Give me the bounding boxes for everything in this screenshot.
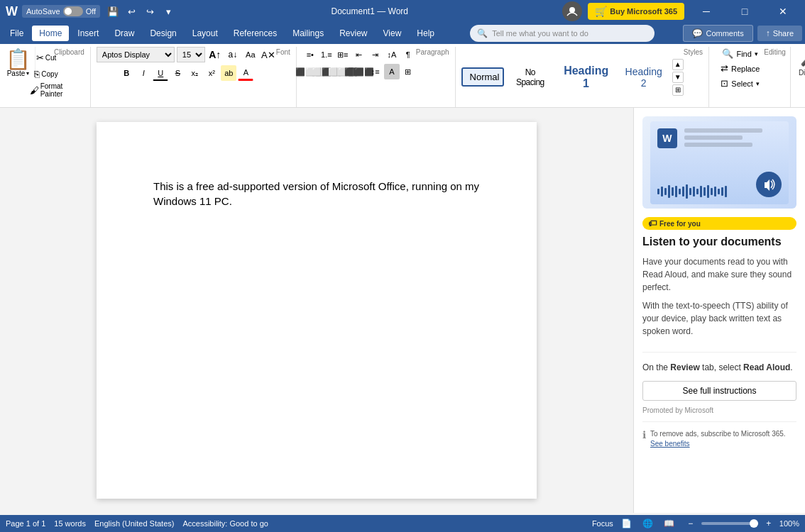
font-group: Aptos Display 15 A↑ a↓ Aa A✕ B I U S x₂ …: [91, 47, 297, 107]
document-title: Document1 — Word: [177, 6, 562, 16]
document-content[interactable]: This is a free ad-supported version of M…: [153, 179, 480, 209]
autosave-toggle[interactable]: AutoSave Off: [22, 5, 100, 18]
document-area[interactable]: This is a free ad-supported version of M…: [0, 108, 633, 513]
autosave-label: AutoSave: [26, 7, 60, 16]
shading-button[interactable]: A: [384, 64, 400, 79]
decrease-font-button[interactable]: a↓: [225, 47, 241, 62]
clear-formatting-button[interactable]: A✕: [261, 47, 276, 62]
style-heading1[interactable]: Heading 1: [557, 62, 615, 93]
numbering-button[interactable]: 1.≡: [319, 47, 334, 62]
view-web-button[interactable]: 🌐: [640, 516, 656, 531]
para-row-1: ≡• 1.≡ ⊞≡ ⇤ ⇥ ↕A ¶: [302, 47, 416, 62]
styles-scroll-up[interactable]: ▲: [672, 59, 684, 70]
autosave-state: Off: [86, 7, 96, 16]
editing-group: 🔍 Find ▾ ⇄ Replace ⊡ Select ▾ Editing: [712, 47, 791, 107]
styles-scroll-down[interactable]: ▼: [672, 72, 684, 83]
document-page[interactable]: This is a free ad-supported version of M…: [97, 122, 537, 499]
bold-button[interactable]: B: [119, 65, 134, 81]
style-no-spacing[interactable]: No Spacing: [507, 65, 554, 90]
view-reader-button[interactable]: 📖: [662, 516, 677, 531]
bullets-button[interactable]: ≡•: [302, 47, 318, 62]
search-icon: 🔍: [477, 28, 488, 38]
search-container: 🔍 Tell me what you want to do: [443, 25, 681, 42]
menu-design[interactable]: Design: [143, 26, 183, 41]
para-row-2: ⬛⬜⬜ ⬜⬛⬜ ⬜⬜⬛ ⬛⬛⬛ ↕≡ A ⊞: [302, 64, 416, 79]
multilevel-list-button[interactable]: ⊞≡: [335, 47, 351, 62]
right-ribbon-groups: 🔍 Find ▾ ⇄ Replace ⊡ Select ▾ Editing: [712, 47, 805, 107]
clipboard-label: Clipboard: [54, 47, 84, 107]
word-count: 15 words: [54, 519, 86, 528]
remove-ads-text: To remove ads, subscribe to Microsoft 36…: [650, 429, 796, 449]
font-row-1: Aptos Display 15 A↑ a↓ Aa A✕: [97, 47, 276, 62]
maximize-button[interactable]: □: [728, 0, 761, 23]
menu-home[interactable]: Home: [32, 26, 69, 41]
redo-button[interactable]: ↪: [141, 3, 158, 20]
sort-button[interactable]: ↕A: [384, 47, 400, 62]
share-button[interactable]: ↑ Share: [757, 26, 802, 41]
menu-file[interactable]: File: [3, 26, 31, 41]
menu-references[interactable]: References: [226, 26, 284, 41]
font-color-button[interactable]: A: [238, 65, 253, 81]
find-button[interactable]: 🔍 Find ▾: [718, 47, 762, 60]
menu-mailings[interactable]: Mailings: [285, 26, 331, 41]
search-bar[interactable]: 🔍 Tell me what you want to do: [470, 25, 655, 42]
show-marks-button[interactable]: ¶: [400, 47, 416, 62]
autosave-pill: [63, 6, 83, 16]
save-button[interactable]: 💾: [104, 3, 121, 20]
menu-view[interactable]: View: [376, 26, 409, 41]
menu-review[interactable]: Review: [332, 26, 374, 41]
replace-button[interactable]: ⇄ Replace: [716, 62, 764, 75]
zoom-out-button[interactable]: −: [683, 516, 699, 531]
style-heading2[interactable]: Heading 2: [618, 63, 669, 92]
menu-help[interactable]: Help: [410, 26, 442, 41]
menu-draw[interactable]: Draw: [107, 26, 141, 41]
font-label: Font: [276, 47, 290, 107]
word-logo-small: W: [657, 128, 677, 148]
instructions-text: On the Review tab, select Read Aloud.: [642, 361, 796, 374]
customize-button[interactable]: ▾: [160, 3, 177, 20]
ad-paragraph1: Have your documents read to you with Rea…: [642, 255, 796, 294]
view-print-button[interactable]: 📄: [619, 516, 635, 531]
underline-button[interactable]: U: [153, 65, 168, 81]
svg-point-0: [569, 7, 575, 13]
text-highlight-button[interactable]: ab: [221, 65, 236, 81]
cut-button[interactable]: ✂Cut: [38, 50, 54, 65]
see-benefits-link[interactable]: See benefits: [650, 440, 690, 448]
menu-layout[interactable]: Layout: [185, 26, 225, 41]
paste-button[interactable]: 📋 Paste▾: [6, 47, 35, 77]
justify-button[interactable]: ⬛⬛⬛: [351, 64, 367, 79]
increase-font-button[interactable]: A↑: [207, 47, 223, 62]
undo-button[interactable]: ↩: [123, 3, 140, 20]
paragraph-label: Paragraph: [416, 47, 449, 107]
comments-button[interactable]: 💬 Comments: [683, 25, 752, 42]
buy-microsoft365-button[interactable]: 🛒 Buy Microsoft 365: [588, 3, 684, 20]
autosave-knob: [65, 8, 72, 15]
increase-indent-button[interactable]: ⇥: [368, 47, 383, 62]
select-button[interactable]: ⊡ Select ▾: [716, 77, 764, 90]
strikethrough-button[interactable]: S: [170, 65, 185, 81]
font-name-select[interactable]: Aptos Display: [97, 47, 175, 62]
paragraph-group: ≡• 1.≡ ⊞≡ ⇤ ⇥ ↕A ¶ ⬛⬜⬜ ⬜⬛⬜ ⬜⬜⬛ ⬛⬛⬛ ↕≡ A …: [297, 47, 456, 107]
superscript-button[interactable]: x²: [204, 65, 219, 81]
subscript-button[interactable]: x₂: [187, 65, 202, 81]
zoom-in-button[interactable]: +: [761, 516, 777, 531]
styles-expand[interactable]: ⊞: [672, 84, 684, 96]
ad-image-inner: W: [650, 121, 789, 204]
user-avatar[interactable]: [562, 1, 582, 21]
zoom-slider[interactable]: [701, 522, 758, 525]
font-size-select[interactable]: 15: [177, 47, 205, 62]
decrease-indent-button[interactable]: ⇤: [351, 47, 367, 62]
style-normal[interactable]: Normal: [461, 67, 504, 87]
borders-button[interactable]: ⊞: [400, 64, 416, 79]
minimize-button[interactable]: ─: [690, 0, 723, 23]
menu-insert[interactable]: Insert: [70, 26, 106, 41]
copy-button[interactable]: ⎘Copy: [38, 66, 54, 82]
italic-button[interactable]: I: [136, 65, 151, 81]
remove-ads-section: ℹ To remove ads, subscribe to Microsoft …: [642, 421, 796, 449]
close-button[interactable]: ✕: [767, 0, 799, 23]
see-full-instructions-button[interactable]: See full instructions: [642, 381, 796, 401]
format-painter-button[interactable]: 🖌Format Painter: [38, 82, 54, 98]
change-case-button[interactable]: Aa: [243, 47, 258, 62]
line-spacing-button[interactable]: ↕≡: [368, 64, 383, 79]
dictate-button[interactable]: 🎤 Dictate ▾: [795, 47, 805, 87]
